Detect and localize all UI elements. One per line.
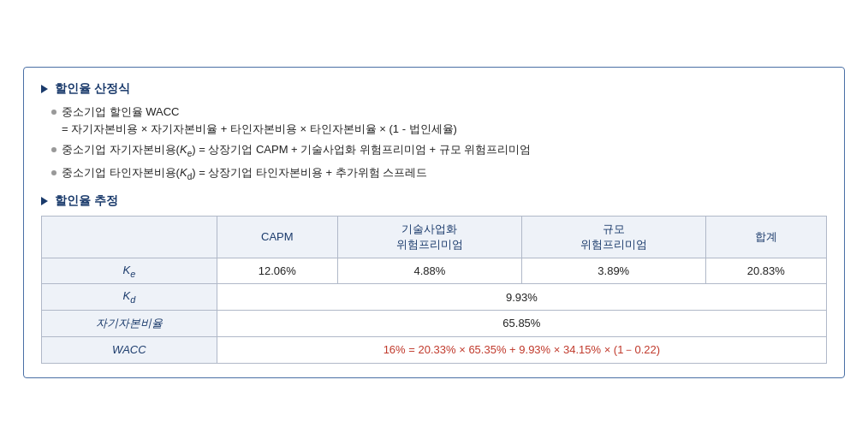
bullet-text-2: 중소기업 자기자본비용(Ke) = 상장기업 CAPM + 기술사업화 위험프리… [62,141,531,160]
cell-kd-value: 9.93% [217,284,826,311]
col-header-0 [42,216,217,258]
col-header-capm: CAPM [217,216,337,258]
col-header-tech-risk: 기술사업화위험프리미엄 [337,216,521,258]
table-row-wacc: WACC 16% = 20.33% × 65.35% + 9.93% × 34.… [42,336,827,363]
table-row-equity-ratio: 자기자본비율 65.85% [42,310,827,336]
triangle-icon-2 [41,197,48,205]
triangle-icon [41,85,48,93]
section-divider: 할인율 추정 [41,193,827,209]
bullet-item-3: 중소기업 타인자본비용(Kd) = 상장기업 타인자본비용 + 추가위험 스프레… [51,164,827,183]
section2-title: 할인율 추정 [41,193,827,209]
col-header-size-risk: 규모위험프리미엄 [521,216,705,258]
bullet-text-3: 중소기업 타인자본비용(Kd) = 상장기업 타인자본비용 + 추가위험 스프레… [62,164,427,183]
section1-bullets: 중소기업 할인율 WACC = 자기자본비용 × 자기자본비율 + 타인자본비용… [51,104,827,182]
cell-ke-size: 3.89% [521,258,705,284]
col-header-total: 합계 [705,216,826,258]
row-header-equity-ratio: 자기자본비율 [42,310,217,336]
estimation-table: CAPM 기술사업화위험프리미엄 규모위험프리미엄 합계 Ke 12.06% 4… [41,216,827,364]
cell-wacc-formula: 16% = 20.33% × 65.35% + 9.93% × 34.15% ×… [217,336,826,363]
cell-ke-tech: 4.88% [337,258,521,284]
bullet-item-2: 중소기업 자기자본비용(Ke) = 상장기업 CAPM + 기술사업화 위험프리… [51,141,827,160]
cell-ke-capm: 12.06% [217,258,337,284]
cell-ke-total: 20.83% [705,258,826,284]
bullet-dot-3 [51,170,56,175]
main-container: 할인율 산정식 중소기업 할인율 WACC = 자기자본비용 × 자기자본비율 … [23,67,845,378]
section2-title-text: 할인율 추정 [55,193,118,209]
bullet-item-1: 중소기업 할인율 WACC = 자기자본비용 × 자기자본비율 + 타인자본비용… [51,104,827,138]
table-header-row: CAPM 기술사업화위험프리미엄 규모위험프리미엄 합계 [42,216,827,258]
section1-title-text: 할인율 산정식 [55,81,130,97]
table-row-kd: Kd 9.93% [42,284,827,311]
table-row-ke: Ke 12.06% 4.88% 3.89% 20.83% [42,258,827,284]
cell-equity-ratio-value: 65.85% [217,310,826,336]
row-header-kd: Kd [42,284,217,311]
bullet-dot-1 [51,110,56,115]
row-header-ke: Ke [42,258,217,284]
bullet-text-1: 중소기업 할인율 WACC = 자기자본비용 × 자기자본비율 + 타인자본비용… [62,104,457,138]
bullet-dot-2 [51,147,56,152]
row-header-wacc: WACC [42,336,217,363]
section1-title: 할인율 산정식 [41,81,827,97]
